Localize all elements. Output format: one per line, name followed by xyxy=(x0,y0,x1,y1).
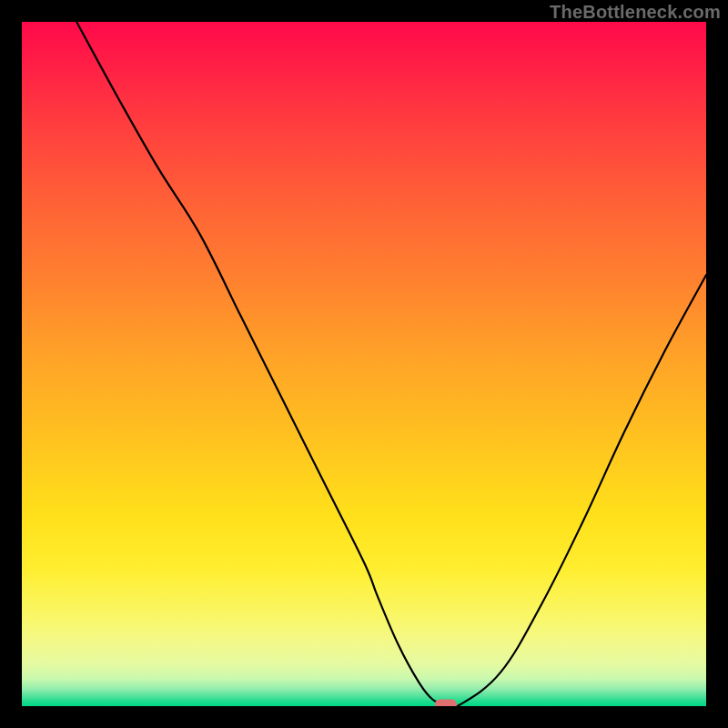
bottleneck-curve xyxy=(22,22,706,706)
chart-frame: TheBottleneck.com xyxy=(0,0,728,728)
plot-area xyxy=(22,22,706,706)
optimum-marker xyxy=(435,700,457,706)
watermark-text: TheBottleneck.com xyxy=(550,2,721,23)
